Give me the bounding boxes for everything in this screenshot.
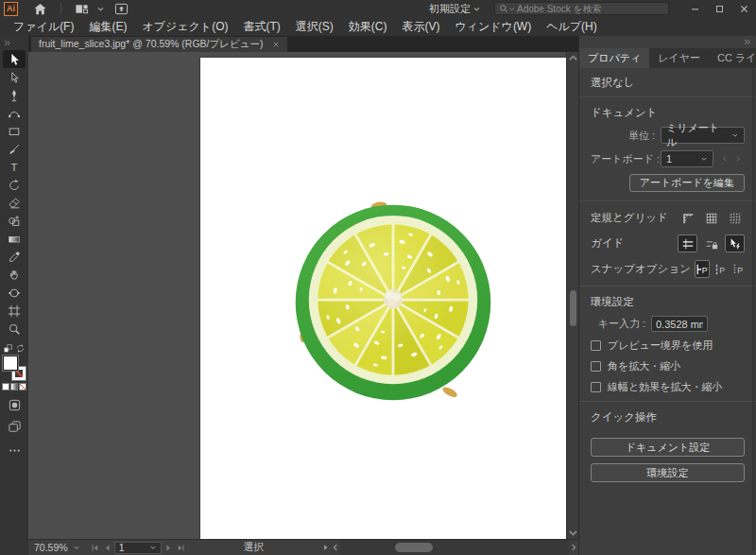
eraser-icon [8,197,21,210]
panel-scrollbar[interactable] [752,70,755,551]
swap-swatches-icon[interactable] [15,343,26,354]
document-tab[interactable]: fruit_lime_slice3.jpg* @ 70.59% (RGB/プレビ… [31,37,287,52]
vertical-scrollbar[interactable] [566,52,578,539]
scroll-up-icon[interactable] [567,52,578,64]
artboard-number-select[interactable]: 1 [114,542,162,554]
close-tab-icon[interactable] [272,41,280,48]
scroll-left-icon[interactable] [331,543,340,552]
screen-mode-icon[interactable] [8,420,22,434]
eyedropper-tool[interactable] [3,248,26,266]
workspace-switcher[interactable]: 初期設定 [429,2,481,16]
first-artboard-icon[interactable] [90,543,100,553]
zoom-level-select[interactable]: 70.59% [28,542,86,553]
close-button[interactable] [731,1,756,16]
lock-guides-button[interactable] [701,234,721,252]
panel-tab[interactable]: レイヤー [649,48,709,68]
menu-item[interactable]: オブジェクト(O) [134,19,235,35]
chevron-down-icon[interactable] [96,5,105,13]
next-artboard-icon[interactable] [734,155,742,163]
quick-action-button[interactable]: 環境設定 [591,463,745,482]
menu-item[interactable]: ファイル(F) [6,19,81,35]
shape-builder-tool[interactable] [3,212,26,230]
selection-tool[interactable] [3,50,26,68]
vertical-scroll-thumb[interactable] [570,290,576,326]
quick-action-button[interactable]: ドキュメント設定 [591,438,745,457]
edit-artboards-button[interactable]: アートボードを編集 [629,174,745,192]
checkbox[interactable] [591,361,601,372]
eyedropper-icon [8,251,21,264]
menu-item[interactable]: 書式(T) [235,19,287,35]
stock-search[interactable] [494,2,669,15]
snap-pixel-icon: P [731,263,745,276]
horizontal-scroll-thumb[interactable] [395,543,433,552]
color-button[interactable] [2,383,9,390]
horizontal-scroll-track[interactable] [340,540,569,555]
previous-artboard-icon[interactable] [102,543,112,553]
collapse-panels-icon[interactable] [743,38,751,46]
titlebar: Ai 初期設定 [0,0,756,17]
snap-to-grid-button[interactable]: P [713,260,728,278]
menu-item[interactable]: 編集(E) [81,19,134,35]
menu-item[interactable]: ヘルプ(H) [539,19,605,35]
canvas-area[interactable] [28,52,578,539]
artboard-tool[interactable] [3,302,26,320]
show-guides-button[interactable] [678,234,697,252]
pen-tool[interactable] [3,86,26,104]
scroll-down-icon[interactable] [567,527,578,539]
status-expand-icon[interactable] [321,543,331,552]
keyboard-increment-input[interactable] [651,316,708,332]
menu-item[interactable]: ウィンドウ(W) [447,19,539,35]
rotate-tool[interactable] [3,176,26,194]
app-logo-icon[interactable]: Ai [4,2,18,16]
scroll-right-icon[interactable] [569,543,578,552]
lime-slice-artwork [291,191,495,412]
arrange-documents-icon[interactable] [75,2,89,16]
toggle-rulers-button[interactable] [678,209,697,227]
toggle-transparency-grid-button[interactable] [725,209,745,227]
menu-item[interactable]: 表示(V) [394,19,447,35]
share-screen-icon[interactable] [114,2,129,16]
artboard-select[interactable]: 1 [661,150,713,167]
direct-selection-tool[interactable] [3,68,26,86]
zoom-tool[interactable] [3,320,26,338]
hand-tool[interactable] [3,266,26,284]
none-button[interactable] [19,383,26,390]
fill-swatch[interactable] [3,356,18,371]
panel-tab[interactable]: プロパティ [579,48,649,68]
horizontal-scrollbar[interactable] [321,540,578,555]
menu-item[interactable]: 選択(S) [288,19,341,35]
panel-tab[interactable]: CC ライブラリ [709,48,756,68]
edit-toolbar-icon[interactable] [8,443,22,458]
type-tool[interactable]: T [3,158,26,176]
search-input[interactable] [515,3,664,15]
smart-guides-button[interactable] [725,234,745,252]
snap-to-point-button[interactable]: P [695,260,710,278]
checkbox[interactable] [591,340,601,351]
unit-select[interactable]: ミリメートル [661,127,745,144]
menubar: ファイル(F)編集(E)オブジェクト(O)書式(T)選択(S)効果(C)表示(V… [0,17,756,36]
home-icon[interactable] [33,2,47,16]
curvature-tool[interactable] [3,104,26,122]
toggle-grid-button[interactable] [701,209,721,227]
checkbox[interactable] [591,382,601,392]
last-artboard-icon[interactable] [176,543,186,553]
properties-panel: プロパティ レイヤー CC ライブラリ 選択なし ドキュメント 単位 : [578,36,756,555]
menu-item[interactable]: 効果(C) [341,19,395,35]
rectangle-tool[interactable] [3,122,26,140]
artboard[interactable] [200,58,569,539]
chevron-down-icon [731,131,739,139]
previous-artboard-icon[interactable] [721,155,729,163]
default-swatches-icon[interactable] [3,343,13,354]
eraser-tool[interactable] [3,194,26,212]
maximize-button[interactable] [707,1,731,16]
rotate-view-tool[interactable] [3,284,26,302]
paintbrush-tool[interactable] [3,140,26,158]
minimize-button[interactable] [682,1,707,16]
none-slash [20,384,26,390]
snap-to-pixel-button[interactable]: P [730,260,745,278]
drawing-modes-icon[interactable] [8,398,22,412]
tools-panel-header[interactable] [0,36,28,50]
gradient-tool[interactable] [3,230,26,248]
gradient-button[interactable] [10,383,18,390]
next-artboard-icon[interactable] [163,543,174,553]
